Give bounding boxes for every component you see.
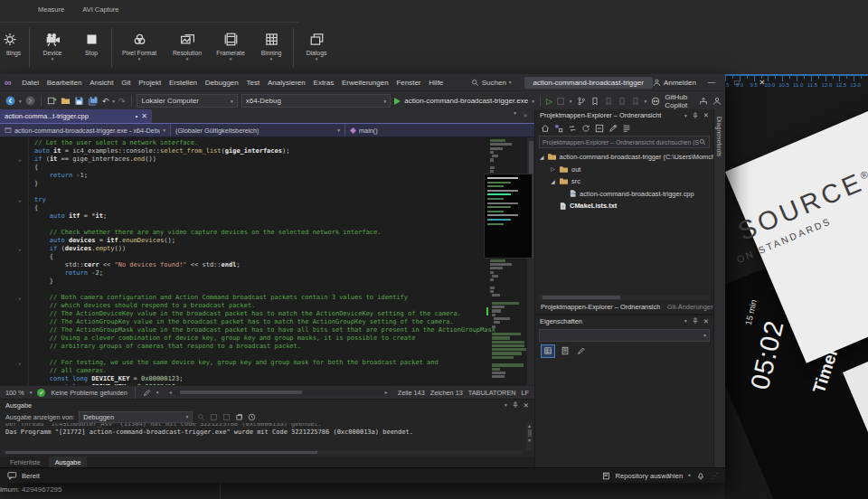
- bookmark-clear-icon[interactable]: [631, 97, 640, 106]
- menu-ansicht[interactable]: Ansicht: [86, 79, 118, 87]
- framerate-button[interactable]: Framerate▾: [210, 25, 251, 71]
- member-dropdown[interactable]: main(): [345, 124, 534, 137]
- explorer-tab[interactable]: Git-Änderungen: [667, 303, 713, 311]
- menu-erstellen[interactable]: Erstellen: [165, 79, 202, 87]
- document-tab[interactable]: action-comma...t-trigger.cpp • ✕: [0, 109, 152, 123]
- tree-expander-icon[interactable]: ▷: [550, 166, 556, 172]
- bookmark-icon[interactable]: [590, 97, 599, 106]
- home-icon[interactable]: [541, 124, 550, 133]
- problems-status[interactable]: Keine Probleme gefunden: [51, 389, 127, 397]
- code-editor[interactable]: // Let the user select a network interfa…: [0, 137, 534, 385]
- navigate-forward-icon[interactable]: [25, 96, 35, 106]
- menu-datei[interactable]: Datei: [18, 79, 42, 87]
- menu-test[interactable]: Test: [242, 79, 263, 87]
- menu-fenster[interactable]: Fenster: [392, 79, 425, 87]
- attach-icon[interactable]: [556, 97, 565, 106]
- property-pages-icon[interactable]: [575, 345, 588, 357]
- menu-extras[interactable]: Extras: [309, 79, 337, 87]
- clock-icon[interactable]: [248, 413, 256, 421]
- diagnostics-vertical-tab[interactable]: Diagnosetools: [716, 117, 722, 156]
- maximize-button[interactable]: □: [727, 78, 747, 87]
- scrollbar-thumb[interactable]: [542, 296, 620, 299]
- configuration-combo[interactable]: x64-Debug▾: [241, 94, 392, 108]
- feedback-icon[interactable]: [712, 97, 722, 106]
- chevron-down-icon[interactable]: ▾: [570, 99, 572, 104]
- feedback-bubble-icon[interactable]: [7, 471, 17, 480]
- tree-expander-icon[interactable]: ◢: [540, 155, 543, 160]
- settings-button[interactable]: ttings: [0, 25, 27, 71]
- redo-icon[interactable]: ↷: [118, 97, 126, 106]
- line-indicator[interactable]: Zeile 143: [398, 389, 425, 397]
- minimize-button[interactable]: —: [702, 78, 722, 87]
- save-all-icon[interactable]: [88, 96, 99, 106]
- dialogs-button[interactable]: Dialogs▾: [296, 25, 337, 71]
- output-vertical-scrollbar[interactable]: ▲▼: [526, 423, 533, 450]
- tree-item-src[interactable]: ◢src: [535, 175, 713, 188]
- bell-icon[interactable]: [696, 471, 705, 480]
- scroll-right-icon[interactable]: ▸: [385, 389, 388, 395]
- open-folder-icon[interactable]: [61, 96, 71, 106]
- fold-arrow-icon[interactable]: ⌄: [18, 155, 22, 163]
- output-log[interactable]: Der Thread 'ic4Scheduler_Asv' (11304) ha…: [0, 423, 534, 443]
- close-panel-icon[interactable]: ✕: [703, 111, 709, 119]
- pin-icon[interactable]: [692, 112, 699, 119]
- copilot-label[interactable]: GitHub Copilot: [665, 93, 694, 109]
- sync-icon[interactable]: [568, 124, 577, 133]
- fold-arrow-icon[interactable]: ⌄: [18, 244, 22, 252]
- close-tab-icon[interactable]: ✕: [141, 112, 147, 120]
- chevron-down-icon[interactable]: ▾: [112, 99, 115, 104]
- pixel-format-button[interactable]: Pixel Format▾: [114, 25, 165, 71]
- menu-projekt[interactable]: Projekt: [135, 79, 165, 87]
- clear-all-icon[interactable]: [235, 413, 243, 421]
- close-button[interactable]: ✕: [752, 78, 772, 87]
- tree-item-action-command-broadcast-trigger[interactable]: ◢action-command-broadcast-trigger (C:\Us…: [535, 151, 713, 164]
- scrollbar-thumb[interactable]: [180, 391, 302, 394]
- zoom-level[interactable]: 100 %: [5, 389, 24, 397]
- menu-erweiterungen[interactable]: Erweiterungen: [338, 79, 392, 87]
- start-without-debug-icon[interactable]: ▷: [546, 97, 552, 106]
- fold-arrow-icon[interactable]: ⌄: [18, 293, 22, 301]
- binning-button[interactable]: Binning▾: [251, 25, 291, 71]
- scrollbar-thumb[interactable]: [5, 451, 317, 454]
- new-tab-icon[interactable]: ＋: [522, 110, 529, 120]
- tree-item-out[interactable]: ▷out: [535, 164, 713, 176]
- close-panel-icon[interactable]: ✕: [524, 401, 529, 410]
- show-all-files-icon[interactable]: [622, 124, 631, 133]
- chevron-down-icon[interactable]: ▾: [684, 318, 687, 324]
- chevron-down-icon[interactable]: ▾: [156, 390, 159, 395]
- resolution-button[interactable]: Resolution▾: [165, 25, 210, 71]
- output-horizontal-scrollbar[interactable]: [2, 450, 522, 455]
- device-button[interactable]: Device▾: [32, 25, 73, 71]
- solution-search-input[interactable]: Projektmappen-Explorer – Ordneransicht d…: [539, 136, 710, 148]
- stop-button[interactable]: Stop: [73, 25, 109, 71]
- chevron-down-icon[interactable]: ▾: [30, 390, 33, 395]
- resize-grip[interactable]: ⋰: [711, 472, 718, 480]
- menu-git[interactable]: Git: [118, 79, 135, 87]
- refresh-icon[interactable]: [581, 124, 590, 133]
- run-target-label[interactable]: action-command-broadcast-trigger.exe: [404, 97, 528, 105]
- tab-list-chevron-icon[interactable]: ▾: [514, 110, 516, 120]
- panel-tab-fehlerliste[interactable]: Fehlerliste: [4, 458, 47, 466]
- select-repository-button[interactable]: Repository auswählen: [616, 472, 684, 480]
- pin-icon[interactable]: [692, 317, 699, 325]
- scope-dropdown[interactable]: (Globaler Gültigkeitsbereich) ▾: [171, 124, 345, 137]
- chevron-down-icon[interactable]: ▾: [505, 402, 507, 408]
- close-panel-icon[interactable]: ✕: [703, 317, 709, 325]
- find-icon[interactable]: [197, 413, 205, 421]
- find-next-icon[interactable]: [210, 413, 218, 421]
- categorized-icon[interactable]: [541, 344, 555, 358]
- eol-indicator[interactable]: LF: [522, 389, 530, 397]
- tabs-indicator[interactable]: TABULATOREN: [468, 389, 516, 397]
- share-icon[interactable]: [699, 97, 708, 106]
- debug-target-combo[interactable]: Lokaler Computer▾: [137, 94, 237, 108]
- chevron-down-icon[interactable]: ▾: [532, 99, 534, 104]
- navigate-back-icon[interactable]: [5, 96, 15, 106]
- pin-icon[interactable]: [512, 401, 519, 409]
- start-debug-icon[interactable]: [394, 98, 401, 105]
- switch-views-icon[interactable]: [554, 124, 563, 133]
- chevron-down-icon[interactable]: ▾: [684, 113, 687, 118]
- branch-icon[interactable]: [577, 97, 586, 106]
- bookmark-prev-icon[interactable]: [604, 97, 613, 106]
- pencil-icon[interactable]: [143, 389, 151, 397]
- fold-arrow-icon[interactable]: ⌄: [18, 358, 22, 366]
